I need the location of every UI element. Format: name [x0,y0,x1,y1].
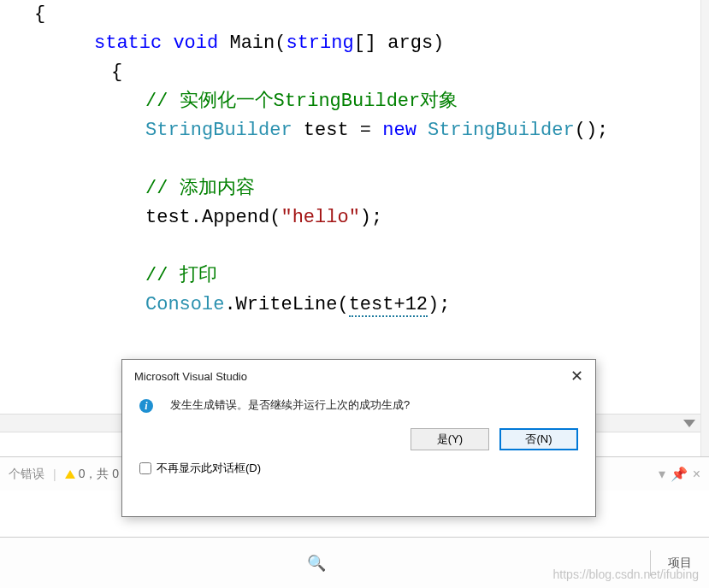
comment: // 添加内容 [145,178,255,199]
blank-line [17,232,692,262]
dont-show-again-checkbox[interactable] [139,462,151,474]
type: Console [145,294,224,315]
warning-label: 0，共 0 [79,467,119,482]
keyword: void [173,32,218,54]
call: .WriteLine( [224,294,348,315]
identifier: args [387,32,433,54]
dialog-body: i 发生生成错误。是否继续并运行上次的成功生成? [122,391,595,413]
code-line: { [17,58,692,87]
code-editor[interactable]: { static void Main(string[] args) { // 实… [0,0,709,320]
scroll-right-icon[interactable] [683,420,695,427]
comment: // 实例化一个StringBuilder对象 [145,91,458,112]
warning-count[interactable]: 0，共 0 [65,467,119,482]
comment: // 打印 [145,265,217,286]
info-icon: i [139,399,153,413]
punct: ); [428,294,450,315]
code-line: Console.WriteLine(test+12); [17,291,692,320]
yes-button[interactable]: 是(Y) [411,428,489,450]
code-line: test.Append("hello"); [17,203,692,232]
type: StringBuilder [428,120,575,141]
warning-icon [65,470,75,479]
dialog-message: 发生生成错误。是否继续并运行上次的成功生成? [170,397,410,413]
watermark: https://blog.csdn.net/ifubing [553,567,699,581]
close-icon[interactable]: × [693,467,700,482]
keyword: string [286,32,353,54]
error-count[interactable]: 个错误 [9,467,44,482]
no-button[interactable]: 否(N) [499,428,578,450]
close-icon[interactable]: ✕ [566,367,587,385]
dialog-title: Microsoft Visual Studio [134,370,247,383]
panel-controls: ▾ 📌 × [659,466,700,482]
checkbox-label: 不再显示此对话框(D) [157,461,261,476]
search-icon[interactable]: 🔍 [307,554,326,573]
code-line: StringBuilder test = new StringBuilder()… [17,116,692,145]
dialog-buttons: 是(Y) 否(N) [122,413,595,450]
call: test.Append( [145,207,281,228]
code-line: // 打印 [17,262,692,291]
blank-line [17,145,692,174]
dialog-titlebar: Microsoft Visual Studio ✕ [122,360,595,391]
pin-icon[interactable]: 📌 [671,466,688,482]
code-line: static void Main(string[] args) [17,29,692,58]
dialog-footer: 不再显示此对话框(D) [122,450,595,476]
type: StringBuilder [145,120,292,141]
code-line: // 添加内容 [17,174,692,203]
vertical-scrollbar[interactable] [700,0,709,468]
code-line: { [17,0,692,29]
string-literal: "hello" [281,207,359,228]
build-error-dialog: Microsoft Visual Studio ✕ i 发生生成错误。是否继续并… [121,359,596,517]
operator: = [349,120,383,141]
identifier: test [304,120,349,141]
code-line: // 实例化一个StringBuilder对象 [17,87,692,116]
keyword: new [382,120,417,141]
keyword: static [94,32,162,54]
dropdown-icon[interactable]: ▾ [659,466,665,482]
error-squiggle: test+12 [349,294,428,317]
identifier: Main [229,32,275,54]
